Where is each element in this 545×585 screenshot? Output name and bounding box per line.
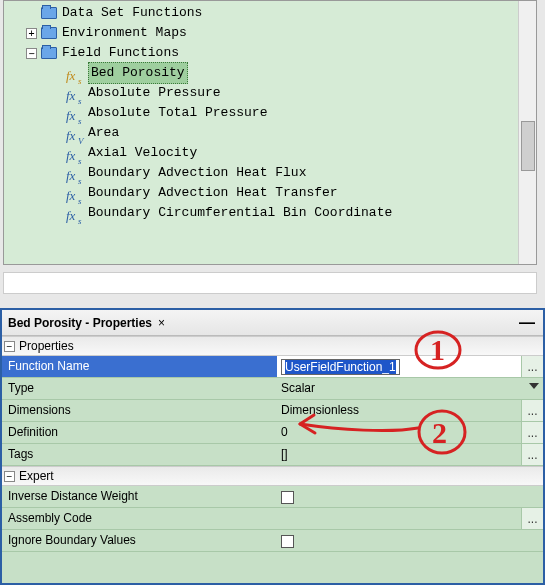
checkbox[interactable]	[281, 491, 294, 504]
prop-row-type[interactable]: Type Scalar	[2, 378, 543, 400]
prop-row-definition[interactable]: Definition 0 ...	[2, 422, 543, 444]
section-label: Expert	[19, 469, 54, 483]
tree-item-boundary-advection-heat-flux[interactable]: fx Boundary Advection Heat Flux	[6, 163, 532, 183]
tree-scrollbar[interactable]	[518, 1, 536, 264]
prop-label: Tags	[2, 444, 277, 465]
prop-label: Dimensions	[2, 400, 277, 421]
properties-title-bar: Bed Porosity - Properties × —	[2, 310, 543, 336]
prop-row-function-name[interactable]: Function Name UserFieldFunction_1 ...	[2, 356, 543, 378]
prop-label: Ignore Boundary Values	[2, 530, 277, 551]
tree-item-axial-velocity[interactable]: fx Axial Velocity	[6, 143, 532, 163]
prop-value-dimensions[interactable]: Dimensionless	[277, 400, 521, 421]
properties-title: Bed Porosity - Properties	[8, 316, 152, 330]
section-properties[interactable]: − Properties	[2, 336, 543, 356]
prop-value-tags[interactable]: []	[277, 444, 521, 465]
tree-item-label: Bed Porosity	[88, 62, 188, 84]
properties-panel: Bed Porosity - Properties × — − Properti…	[0, 308, 545, 585]
ellipsis-button[interactable]: ...	[521, 356, 543, 377]
ellipsis-button[interactable]: ...	[521, 508, 543, 529]
tree-item-label: Boundary Advection Heat Flux	[88, 163, 306, 183]
section-expert[interactable]: − Expert	[2, 466, 543, 486]
tree-item-label: Absolute Total Pressure	[88, 103, 267, 123]
prop-row-inverse-distance-weight[interactable]: Inverse Distance Weight	[2, 486, 543, 508]
tree-item-label: Data Set Functions	[62, 3, 202, 23]
tree-item-label: Field Functions	[62, 43, 179, 63]
fx-vector-icon: fx	[66, 126, 84, 140]
tree-item-label: Boundary Circumferential Bin Coordinate	[88, 203, 392, 223]
prop-label: Function Name	[2, 356, 277, 377]
prop-value[interactable]	[277, 486, 543, 507]
fx-scalar-icon: fx	[66, 186, 84, 200]
section-label: Properties	[19, 339, 74, 353]
folder-icon	[41, 47, 57, 59]
ellipsis-button[interactable]: ...	[521, 400, 543, 421]
fx-scalar-user-icon: fx	[66, 66, 84, 80]
checkbox[interactable]	[281, 535, 294, 548]
tree-item-label: Absolute Pressure	[88, 83, 221, 103]
prop-label: Definition	[2, 422, 277, 443]
collapse-icon[interactable]: −	[26, 48, 37, 59]
tree-item-label: Environment Maps	[62, 23, 187, 43]
prop-label: Assembly Code	[2, 508, 277, 529]
prop-label: Inverse Distance Weight	[2, 486, 277, 507]
prop-value-type[interactable]: Scalar	[277, 378, 543, 399]
collapse-icon[interactable]: −	[4, 471, 15, 482]
tree-item-data-set-functions[interactable]: Data Set Functions	[6, 3, 532, 23]
fx-scalar-icon: fx	[66, 106, 84, 120]
expand-icon[interactable]: +	[26, 28, 37, 39]
tree-item-boundary-advection-heat-transfer[interactable]: fx Boundary Advection Heat Transfer	[6, 183, 532, 203]
fx-scalar-icon: fx	[66, 146, 84, 160]
chevron-down-icon[interactable]	[529, 383, 539, 389]
prop-row-assembly-code[interactable]: Assembly Code ...	[2, 508, 543, 530]
prop-label: Type	[2, 378, 277, 399]
collapse-icon[interactable]: −	[4, 341, 15, 352]
scrollbar-thumb[interactable]	[521, 121, 535, 171]
tree: Data Set Functions + Environment Maps − …	[4, 1, 536, 225]
fx-scalar-icon: fx	[66, 166, 84, 180]
prop-value[interactable]: UserFieldFunction_1	[277, 356, 521, 377]
folder-icon	[41, 7, 57, 19]
tree-item-label: Area	[88, 123, 119, 143]
prop-row-ignore-boundary-values[interactable]: Ignore Boundary Values	[2, 530, 543, 552]
description-bar	[3, 272, 537, 294]
tree-item-absolute-total-pressure[interactable]: fx Absolute Total Pressure	[6, 103, 532, 123]
prop-value-definition[interactable]: 0	[277, 422, 521, 443]
close-properties-button[interactable]: ×	[158, 316, 165, 330]
ellipsis-button[interactable]: ...	[521, 422, 543, 443]
function-name-input[interactable]: UserFieldFunction_1	[285, 360, 396, 374]
tree-item-boundary-circumferential-bin-coordinate[interactable]: fx Boundary Circumferential Bin Coordina…	[6, 203, 532, 223]
tree-item-environment-maps[interactable]: + Environment Maps	[6, 23, 532, 43]
tree-item-label: Axial Velocity	[88, 143, 197, 163]
tree-item-bed-porosity[interactable]: fx Bed Porosity	[6, 63, 532, 83]
prop-row-tags[interactable]: Tags [] ...	[2, 444, 543, 466]
tree-panel: Data Set Functions + Environment Maps − …	[3, 0, 537, 265]
folder-icon	[41, 27, 57, 39]
ellipsis-button[interactable]: ...	[521, 444, 543, 465]
prop-row-dimensions[interactable]: Dimensions Dimensionless ...	[2, 400, 543, 422]
fx-scalar-icon: fx	[66, 86, 84, 100]
tree-item-area[interactable]: fx Area	[6, 123, 532, 143]
minimize-properties-button[interactable]: —	[517, 314, 537, 332]
prop-value[interactable]	[277, 508, 521, 529]
fx-scalar-icon: fx	[66, 206, 84, 220]
prop-value[interactable]	[277, 530, 543, 551]
tree-item-label: Boundary Advection Heat Transfer	[88, 183, 338, 203]
tree-item-absolute-pressure[interactable]: fx Absolute Pressure	[6, 83, 532, 103]
tree-item-field-functions[interactable]: − Field Functions	[6, 43, 532, 63]
